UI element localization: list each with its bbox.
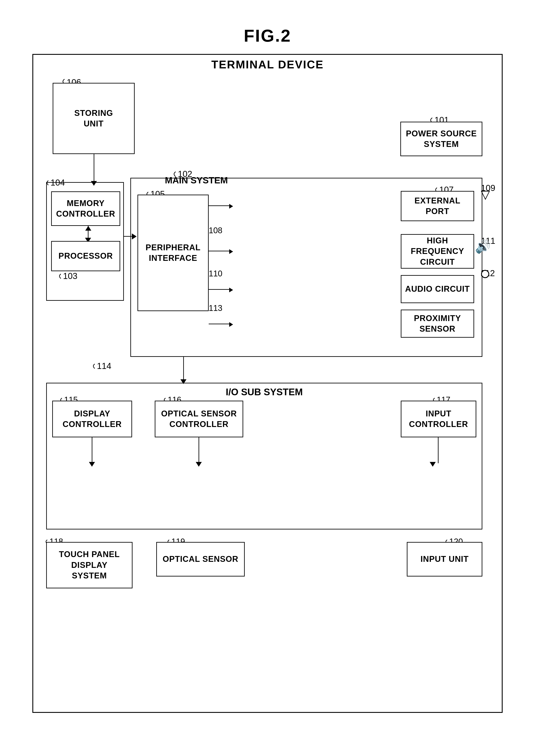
display-controller-box: DISPLAYCONTROLLER: [52, 401, 132, 437]
ref-108: 108: [209, 226, 222, 235]
peripheral-interface-box: PERIPHERALINTERFACE: [137, 195, 209, 311]
proximity-sensor-label: PROXIMITYSENSOR: [414, 313, 461, 335]
external-port-box: EXTERNALPORT: [401, 191, 474, 221]
arrowhead-audio: [229, 287, 233, 292]
inp-ctrl-down-arrow: [430, 462, 436, 467]
power-source-system-box: POWER SOURCESYSTEM: [400, 122, 482, 156]
io-subsystem-label: I/O SUB SYSTEM: [226, 387, 303, 397]
processor-box: PROCESSOR: [51, 241, 120, 271]
arrow-to-prox: [209, 324, 230, 324]
audio-circuit-box: AUDIO CIRCUIT: [401, 275, 474, 303]
mem-to-peri-arrow: [132, 233, 137, 239]
memory-controller-label: MEMORYCONTROLLER: [56, 198, 115, 219]
disp-ctrl-down-line: [92, 437, 92, 463]
opt-ctrl-down-line: [199, 437, 199, 463]
external-port-label: EXTERNALPORT: [414, 196, 461, 217]
main-system-box: 105 PERIPHERALINTERFACE 107 EXTERNALPORT…: [130, 178, 482, 357]
arrowhead-hf: [229, 249, 233, 254]
peripheral-interface-label: PERIPHERALINTERFACE: [146, 242, 201, 264]
ref-114: 114: [85, 361, 111, 371]
arrow-up-mem: [85, 226, 91, 230]
input-unit-box: INPUT UNIT: [407, 542, 482, 577]
peri-to-io-line: [183, 357, 184, 381]
mem-to-peri-line: [124, 236, 133, 237]
touch-panel-display-system-label: TOUCH PANELDISPLAYSYSTEM: [59, 549, 120, 581]
input-unit-label: INPUT UNIT: [420, 554, 468, 564]
power-source-system-label: POWER SOURCESYSTEM: [406, 128, 477, 150]
mic-icon: [481, 270, 489, 278]
opt-ctrl-down-arrow: [196, 462, 202, 467]
display-controller-label: DISPLAYCONTROLLER: [63, 408, 122, 430]
ref-110: 110: [209, 269, 222, 278]
processor-label: PROCESSOR: [59, 251, 113, 261]
antenna-icon: ▽: [481, 187, 490, 201]
optical-sensor-box: OPTICAL SENSOR: [156, 542, 245, 577]
input-controller-label: INPUTCONTROLLER: [409, 408, 468, 430]
storing-unit-label: STORINGUNIT: [74, 108, 113, 129]
arrow-to-audio: [209, 289, 230, 290]
audio-circuit-label: AUDIO CIRCUIT: [405, 284, 470, 294]
page-title: FIG.2: [244, 26, 291, 46]
optical-sensor-controller-box: OPTICAL SENSORCONTROLLER: [155, 401, 243, 437]
ref-103: 103: [51, 271, 77, 281]
ref-113: 113: [209, 304, 222, 313]
speaker-icon: 🔊: [475, 239, 491, 254]
memory-controller-box: MEMORYCONTROLLER: [51, 191, 120, 226]
arrowhead-ext-port: [229, 204, 233, 209]
optical-sensor-label: OPTICAL SENSOR: [162, 554, 238, 564]
store-to-mem-arrow: [91, 181, 97, 186]
terminal-device-label: TERMINAL DEVICE: [211, 58, 324, 71]
proximity-sensor-box: PROXIMITYSENSOR: [401, 310, 474, 338]
io-subsystem-box: I/O SUB SYSTEM 115 DISPLAYCONTROLLER 116…: [46, 383, 482, 529]
disp-ctrl-down-arrow: [89, 462, 95, 467]
storing-unit-box: STORINGUNIT: [53, 83, 135, 154]
high-frequency-circuit-label: HIGH FREQUENCYCIRCUIT: [401, 235, 473, 267]
arrowhead-prox: [229, 322, 233, 327]
high-frequency-circuit-box: HIGH FREQUENCYCIRCUIT: [401, 234, 474, 269]
optical-sensor-controller-label: OPTICAL SENSORCONTROLLER: [161, 408, 237, 430]
arrow-to-ext-port: [209, 205, 230, 206]
touch-panel-display-system-box: TOUCH PANELDISPLAYSYSTEM: [46, 542, 132, 588]
input-controller-box: INPUTCONTROLLER: [401, 401, 476, 437]
memory-processor-group: MEMORYCONTROLLER PROCESSOR 103: [46, 182, 124, 301]
inp-ctrl-down-line: [438, 437, 438, 463]
arrow-to-hf: [209, 251, 230, 251]
terminal-device-box: TERMINAL DEVICE 106 STORINGUNIT 101 POWE…: [32, 54, 503, 713]
store-to-mem-line: [94, 154, 94, 182]
